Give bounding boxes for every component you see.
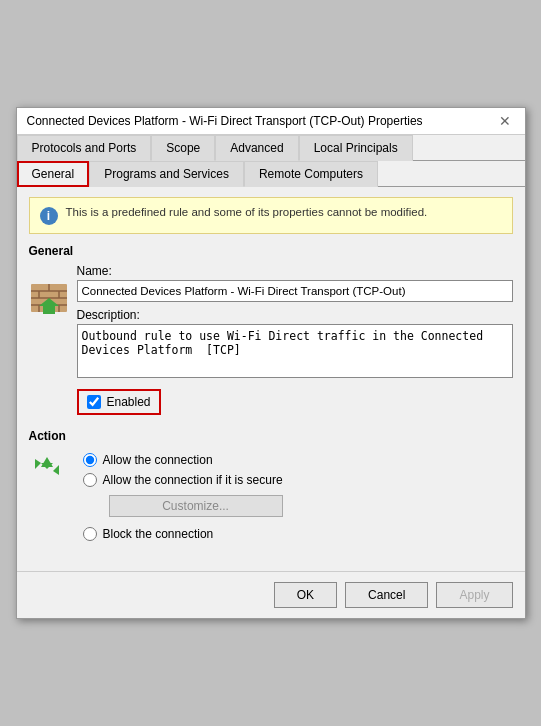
form-area: Name: Description: Outbound rule to use … — [77, 264, 513, 425]
description-label: Description: — [77, 308, 513, 322]
description-textarea[interactable]: Outbound rule to use Wi-Fi Direct traffi… — [77, 324, 513, 378]
tabs-row1: Protocols and Ports Scope Advanced Local… — [17, 135, 525, 161]
svg-marker-13 — [41, 457, 53, 467]
tabs-row2: General Programs and Services Remote Com… — [17, 161, 525, 187]
cancel-button[interactable]: Cancel — [345, 582, 428, 608]
radio-allow: Allow the connection — [83, 453, 283, 467]
apply-button[interactable]: Apply — [436, 582, 512, 608]
radio-allow-secure: Allow the connection if it is secure — [83, 473, 283, 487]
radio-allow-input[interactable] — [83, 453, 97, 467]
action-section-label: Action — [29, 429, 513, 443]
dialog-title: Connected Devices Platform - Wi-Fi Direc… — [27, 114, 423, 128]
customize-button[interactable]: Customize... — [109, 495, 283, 517]
action-icon — [29, 449, 65, 485]
tab-local-principals[interactable]: Local Principals — [299, 135, 413, 161]
radio-allow-label: Allow the connection — [103, 453, 213, 467]
radio-block-input[interactable] — [83, 527, 97, 541]
info-text: This is a predefined rule and some of it… — [66, 206, 428, 218]
tab-general[interactable]: General — [17, 161, 90, 187]
info-box: i This is a predefined rule and some of … — [29, 197, 513, 234]
enabled-checkbox-row: Enabled — [77, 389, 161, 415]
close-button[interactable]: ✕ — [495, 114, 515, 128]
dialog-window: Connected Devices Platform - Wi-Fi Direc… — [16, 107, 526, 619]
title-bar: Connected Devices Platform - Wi-Fi Direc… — [17, 108, 525, 135]
name-label: Name: — [77, 264, 513, 278]
radio-block-label: Block the connection — [103, 527, 214, 541]
firewall-icon — [29, 278, 69, 318]
radio-allow-secure-input[interactable] — [83, 473, 97, 487]
action-radio-group: Allow the connection Allow the connectio… — [83, 453, 283, 541]
tab-scope[interactable]: Scope — [151, 135, 215, 161]
radio-allow-secure-label: Allow the connection if it is secure — [103, 473, 283, 487]
ok-button[interactable]: OK — [274, 582, 337, 608]
svg-marker-11 — [35, 459, 41, 469]
general-section-label: General — [29, 244, 513, 258]
tab-advanced[interactable]: Advanced — [215, 135, 298, 161]
content-area: i This is a predefined rule and some of … — [17, 187, 525, 551]
radio-block: Block the connection — [83, 527, 283, 541]
tab-remote-computers[interactable]: Remote Computers — [244, 161, 378, 187]
action-section: Allow the connection Allow the connectio… — [29, 449, 513, 541]
general-section: Name: Description: Outbound rule to use … — [29, 264, 513, 425]
footer: OK Cancel Apply — [17, 571, 525, 618]
svg-marker-14 — [53, 465, 59, 475]
enabled-label: Enabled — [107, 395, 151, 409]
tab-protocols-and-ports[interactable]: Protocols and Ports — [17, 135, 152, 161]
info-icon: i — [40, 207, 58, 225]
name-input[interactable] — [77, 280, 513, 302]
tab-programs-and-services[interactable]: Programs and Services — [89, 161, 244, 187]
enabled-checkbox[interactable] — [87, 395, 101, 409]
